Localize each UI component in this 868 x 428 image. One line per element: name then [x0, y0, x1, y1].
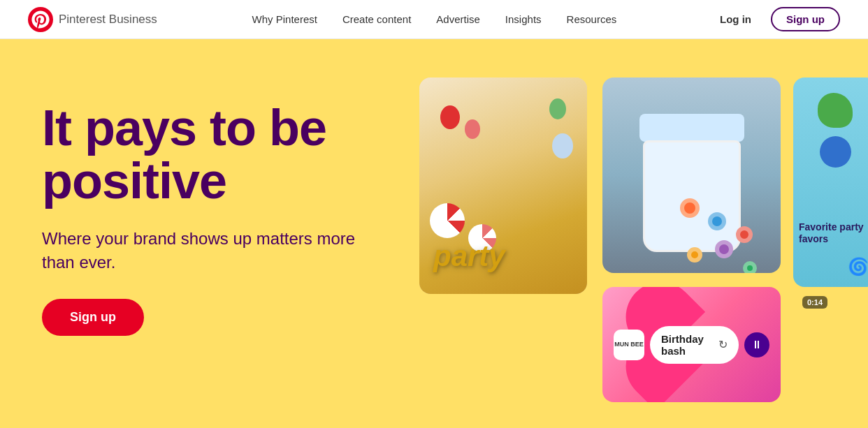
nav-resources[interactable]: Resources: [567, 13, 617, 25]
balloon-blue: [552, 133, 573, 158]
party-image-inner: party: [419, 78, 587, 294]
balloon-green: [549, 98, 566, 119]
nav-actions: Log in Sign up: [711, 7, 840, 31]
nav-advertise[interactable]: Advertise: [436, 13, 480, 25]
video-timer-badge: 0:14: [802, 296, 827, 309]
birthday-pill-text: Birthday bash: [661, 333, 713, 357]
swirl-icon: 🌀: [848, 257, 868, 276]
nav-create-content[interactable]: Create content: [342, 13, 411, 25]
fan-red: [430, 203, 465, 238]
pinterest-logo-icon: [28, 7, 53, 32]
pause-button[interactable]: [744, 332, 769, 357]
hero-section: It pays to be positive Where your brand …: [0, 39, 868, 428]
party-image-card: party: [419, 78, 587, 294]
cake-image-inner: [602, 78, 781, 273]
balloon-pink: [465, 119, 480, 139]
nav-why-pinterest[interactable]: Why Pinterest: [252, 13, 317, 25]
refresh-icon: ↻: [718, 338, 728, 351]
navbar: Pinterest Business Why Pinterest Create …: [0, 0, 868, 39]
munbee-logo: MUN BEE: [614, 330, 644, 360]
login-button[interactable]: Log in: [711, 8, 760, 31]
brand-name: Pinterest Business: [59, 13, 157, 27]
favors-label: Favorite party favors: [799, 221, 868, 245]
cake-top: [639, 114, 744, 142]
nav-links: Why Pinterest Create content Advertise I…: [252, 13, 617, 26]
donut-2: [708, 212, 726, 230]
brand-logo[interactable]: Pinterest Business: [28, 7, 157, 32]
hero-text-block: It pays to be positive Where your brand …: [42, 102, 363, 336]
signup-hero-button[interactable]: Sign up: [42, 299, 144, 336]
cake-body: [643, 140, 741, 252]
party-text: party: [433, 239, 505, 273]
favors-image-inner: Favorite party favors 🌀: [793, 78, 868, 287]
donut-6: [743, 261, 757, 273]
hero-subtext: Where your brand shows up matters more t…: [42, 227, 363, 274]
balloon-red: [440, 105, 460, 129]
favors-image-card: Favorite party favors 🌀: [793, 78, 868, 287]
hero-headline: It pays to be positive: [42, 102, 363, 207]
birthday-overlay: MUN BEE Birthday bash ↻: [602, 287, 781, 402]
signup-nav-button[interactable]: Sign up: [771, 7, 840, 31]
nav-insights[interactable]: Insights: [505, 13, 542, 25]
donut-4: [687, 247, 702, 263]
donut-3: [736, 226, 753, 243]
dino-green-toy: [818, 93, 853, 128]
birthday-pill: Birthday bash ↻: [650, 326, 739, 364]
donut-1: [680, 198, 700, 218]
cake-image-card: [602, 78, 781, 273]
donut-5: [715, 240, 733, 258]
dino-blue-toy: [820, 136, 851, 168]
